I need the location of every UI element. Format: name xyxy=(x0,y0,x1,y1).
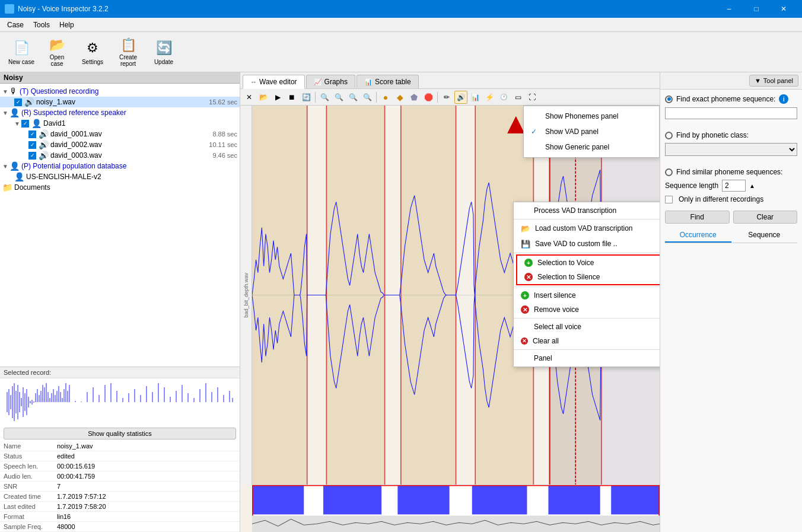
questioned-recording-group[interactable]: ▼ 🎙 (T) Questioned recording xyxy=(0,86,240,97)
vad3-btn[interactable]: ⬟ xyxy=(408,91,421,104)
red-x-icon: ✕ xyxy=(524,273,533,281)
find-button[interactable]: Find xyxy=(665,211,730,224)
loop-btn[interactable]: 🔄 xyxy=(300,91,313,104)
david-file-2[interactable]: ✓ 🔊 david_0002.wav 10.11 sec xyxy=(0,139,240,150)
menu-case[interactable]: Case xyxy=(2,20,28,30)
vad2-btn[interactable]: ◆ xyxy=(393,91,406,104)
zoom-out-btn[interactable]: 🔍 xyxy=(332,91,345,104)
selection-to-silence-item[interactable]: ✕ Selection to Silence xyxy=(517,270,660,284)
clear-all-item[interactable]: ✕ Clear all xyxy=(514,334,660,348)
mini-timeline[interactable]: → 00:08.500 00:09.000 xyxy=(252,485,660,532)
noisy-checkbox[interactable]: ✓ xyxy=(14,98,22,106)
open-case-button[interactable]: 📂 Open case xyxy=(40,35,74,69)
minimize-button[interactable]: – xyxy=(715,0,743,18)
david-duration-1: 8.88 sec xyxy=(212,130,237,138)
tool-panel-button[interactable]: ▼ Tool panel xyxy=(749,75,798,87)
prop-sample-freq-value: 48000 xyxy=(53,522,240,532)
show-vad-item[interactable]: ✓ Show VAD panel xyxy=(524,124,659,139)
close-button[interactable]: ✕ xyxy=(770,0,797,18)
close-wave-btn[interactable]: ✕ xyxy=(243,91,256,104)
potential-db-group[interactable]: ▼ 👤 (P) Potential population database xyxy=(0,161,240,171)
find-exact-info-icon[interactable]: i xyxy=(779,94,788,104)
maximize-button[interactable]: □ xyxy=(743,0,770,18)
seq-stepper-up[interactable]: ▲ xyxy=(749,183,755,189)
show-phonemes-item[interactable]: Show Phonemes panel xyxy=(524,109,659,124)
insert-silence-item[interactable]: + Insert silence xyxy=(514,288,660,302)
save-vad-item[interactable]: 💾 Save VAD to custom file .. xyxy=(514,236,660,251)
sequence-tab[interactable]: Sequence xyxy=(731,228,798,243)
david-file2-checkbox[interactable]: ✓ xyxy=(28,141,36,149)
app-icon xyxy=(5,4,14,14)
db-icon: 👤 xyxy=(14,172,24,181)
region-btn[interactable]: ▭ xyxy=(511,91,524,104)
process-vad-item[interactable]: Process VAD transcription xyxy=(514,203,660,218)
red-btn[interactable]: 🛑 xyxy=(422,91,435,104)
create-report-button[interactable]: 📋 Create report xyxy=(112,35,145,69)
us-english-item[interactable]: 👤 US-ENGLISH-MALE-v2 xyxy=(0,171,240,182)
find-exact-radio[interactable] xyxy=(665,95,673,103)
david-file-3[interactable]: ✓ 🔊 david_0003.wav 9.46 sec xyxy=(0,150,240,161)
selection-to-voice-item[interactable]: + Selection to Voice xyxy=(517,256,660,270)
only-different-checkbox[interactable] xyxy=(665,196,673,203)
context-menu: Process VAD transcription 📂 Load custom … xyxy=(513,202,660,367)
lightning-btn[interactable]: ⚡ xyxy=(483,91,496,104)
zoom-fit-btn[interactable]: 🔍 xyxy=(346,91,359,104)
load-vad-item[interactable]: 📂 Load custom VAD transcription xyxy=(514,221,660,236)
david-file1-checkbox[interactable]: ✓ xyxy=(28,130,36,138)
center-area: ↔ Wave editor 📈 Graphs 📊 Score table ✕ 📂… xyxy=(240,72,660,532)
documents-item[interactable]: 📁 Documents xyxy=(0,182,240,193)
vad-btn[interactable]: ● xyxy=(379,91,392,104)
select-all-voice-item[interactable]: Select all voice xyxy=(514,320,660,334)
sequence-length-input[interactable] xyxy=(722,180,746,192)
find-exact-input[interactable] xyxy=(665,107,797,119)
prop-edited: Last edited 1.7.2019 7:58:20 xyxy=(0,502,240,512)
zoom-all-btn[interactable]: 🔍 xyxy=(361,91,374,104)
clear-button[interactable]: Clear xyxy=(733,211,798,224)
reference-speaker-group[interactable]: ▼ 👤 (R) Suspected reference speaker xyxy=(0,107,240,118)
tool-panel-label: Tool panel xyxy=(763,77,793,84)
score-table-tab-icon: 📊 xyxy=(364,78,373,86)
david1-group[interactable]: ▼ ✓ 👤 David1 xyxy=(0,118,240,129)
stop-btn[interactable]: ⏹ xyxy=(285,91,298,104)
audio-icon-1: 🔊 xyxy=(39,129,49,139)
spectrum-btn[interactable]: 📊 xyxy=(469,91,482,104)
ctx-sep-4 xyxy=(514,318,660,318)
david-filename-1: david_0001.wav xyxy=(50,130,102,138)
tab-wave-editor[interactable]: ↔ Wave editor xyxy=(243,75,305,89)
selected-record-label: Selected record: xyxy=(0,367,240,378)
time-btn[interactable]: 🕐 xyxy=(497,91,510,104)
menu-help[interactable]: Help xyxy=(55,20,79,30)
david-file3-checkbox[interactable]: ✓ xyxy=(28,152,36,160)
settings-button[interactable]: ⚙ Settings xyxy=(76,35,109,69)
folder-icon: 📂 xyxy=(521,224,530,233)
new-case-button[interactable]: 📄 New case xyxy=(5,35,38,69)
remove-voice-label: Remove voice xyxy=(534,305,579,314)
play-btn[interactable]: ▶ xyxy=(271,91,284,104)
noisy-wav-item[interactable]: ✓ 🔊 noisy_1.wav 15.62 sec xyxy=(0,97,240,107)
fullscreen-btn[interactable]: ⛶ xyxy=(526,91,539,104)
find-phonetic-radio[interactable] xyxy=(665,132,673,139)
highlighted-btn[interactable]: 🔊 xyxy=(454,91,467,104)
find-similar-radio[interactable] xyxy=(665,168,673,176)
panel-item[interactable]: Panel ▶ xyxy=(514,351,660,365)
panel-label: Panel xyxy=(534,354,552,362)
tab-score-table[interactable]: 📊 Score table xyxy=(357,75,419,88)
open-wave-btn[interactable]: 📂 xyxy=(257,91,270,104)
zoom-in-btn[interactable]: 🔍 xyxy=(318,91,331,104)
show-quality-button[interactable]: Show quality statistics xyxy=(4,428,236,439)
prop-status-value: edited xyxy=(53,451,240,461)
edit-btn[interactable]: ✏ xyxy=(440,91,453,104)
show-generic-item[interactable]: Show Generic panel xyxy=(524,139,659,155)
david-file-1[interactable]: ✓ 🔊 david_0001.wav 8.88 sec xyxy=(0,129,240,139)
update-button[interactable]: 🔄 Update xyxy=(147,35,180,69)
menu-tools[interactable]: Tools xyxy=(28,20,55,30)
tab-graphs[interactable]: 📈 Graphs xyxy=(306,75,355,88)
insert-silence-icon: + xyxy=(521,291,529,300)
occurrence-tab[interactable]: Occurrence xyxy=(665,228,731,243)
left-panel: Noisy ▼ 🎙 (T) Questioned recording ✓ 🔊 n… xyxy=(0,72,240,532)
david1-checkbox[interactable]: ✓ xyxy=(21,120,29,128)
remove-voice-item[interactable]: ✕ Remove voice xyxy=(514,302,660,317)
prop-created-label: Created time xyxy=(0,492,53,502)
load-vad-label: Load custom VAD transcription xyxy=(535,224,633,232)
find-phonetic-select[interactable] xyxy=(665,143,797,156)
